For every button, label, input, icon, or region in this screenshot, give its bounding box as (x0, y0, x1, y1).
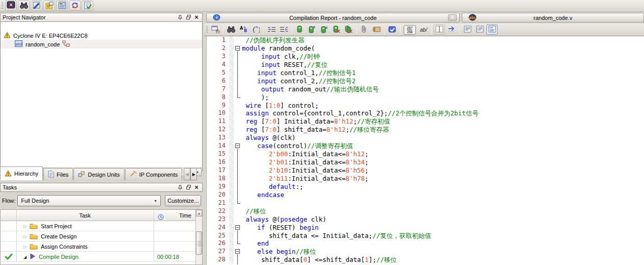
code-text[interactable]: ); (242, 93, 644, 102)
task-column-header[interactable]: Task (16, 210, 154, 221)
tab-files[interactable]: Files (43, 168, 73, 180)
float-window-icon[interactable] (185, 184, 192, 191)
code-text[interactable]: module random_code( (242, 44, 644, 53)
settings-button[interactable] (56, 1, 68, 11)
task-row-create-design[interactable]: ▷Create Design (1, 231, 202, 242)
netlist-viewer-button[interactable] (31, 1, 42, 11)
code-text[interactable]: reg [7:0] Initial_data=8'h12;//寄存初值 (242, 117, 644, 126)
vscroll-thumb[interactable] (196, 231, 202, 255)
scroll-up-icon[interactable]: ▲ (196, 210, 202, 216)
flow-select[interactable]: Full Design ▼ (17, 195, 161, 206)
close-panel-icon[interactable]: × (193, 184, 200, 191)
close-panel-icon[interactable]: × (193, 14, 200, 21)
assignment-editor-button[interactable] (43, 1, 55, 11)
code-text[interactable]: if (RESET) begin (242, 224, 644, 232)
task-cell[interactable]: ◢Compile Design (16, 252, 154, 262)
code-text[interactable]: case(control)//调整寄存初值 (242, 142, 644, 150)
code-text[interactable]: shift_data[0] <=shift_data[1];//移位 (242, 256, 644, 264)
tree-item-random-code[interactable]: abdrandom_code (1, 40, 202, 49)
find-button[interactable] (226, 25, 237, 35)
code-text[interactable]: input control_2,//控制信号2 (242, 77, 644, 85)
tcl-script-button[interactable] (371, 25, 382, 35)
detach-window-button[interactable] (210, 25, 221, 35)
code-text[interactable]: input clk,//时钟 (242, 53, 644, 61)
code-text[interactable]: reg [7:0] shift_data=8'h12;//移位寄存器 (242, 126, 644, 134)
fold-toggle[interactable] (234, 44, 242, 53)
tree-item-cyclone-iv-e-ep4ce6e22c8[interactable]: Cyclone IV E: EP4CE6E22C8 (1, 31, 202, 40)
code-text[interactable]: 2'b11:Initial_data<=8'h78; (242, 175, 644, 183)
toolbar-drag-handle[interactable] (2, 2, 3, 10)
code-text[interactable]: always @(clk) (242, 134, 644, 142)
customize-button[interactable]: Customize... (165, 195, 201, 206)
split-view-button[interactable] (434, 25, 445, 35)
code-text[interactable]: else begin//移位 (242, 248, 644, 256)
pin-icon[interactable] (177, 14, 184, 21)
collapse-icon[interactable]: ◢ (23, 255, 30, 259)
code-text[interactable]: endcase (242, 191, 644, 199)
fold-minus-icon[interactable] (235, 46, 240, 51)
task-row-start-project[interactable]: ▷Start Project (1, 221, 202, 231)
task-row-compile-design[interactable]: ◢Compile Design00:00:18 (1, 252, 202, 262)
code-text[interactable]: input RESET,//复位 (242, 61, 644, 69)
code-text[interactable]: 2'b10:Initial_data<=8'h56; (242, 166, 644, 175)
task-row-assign-constraints[interactable]: ▷Assign Constraints (1, 242, 202, 252)
tab-design-units[interactable]: Design Units (73, 168, 124, 180)
doc-normal-button[interactable] (462, 25, 473, 35)
fold-minus-icon[interactable] (235, 225, 240, 230)
unindent-button[interactable] (278, 25, 289, 35)
code-text[interactable]: //伪随机序列发生器 (242, 36, 644, 44)
code-text[interactable]: always @(posedge clk) (242, 215, 644, 224)
code-text[interactable]: assign control={control_1,control_2};//2… (242, 109, 644, 117)
tab-scroll-left-icon[interactable]: ◀ (184, 168, 190, 180)
bookmark-delete-all-button[interactable] (343, 25, 354, 35)
goto-brace-button[interactable]: { } (250, 25, 261, 35)
float-window-icon[interactable] (185, 14, 192, 21)
pin-icon[interactable] (177, 184, 184, 191)
timing-analyzer-button[interactable] (82, 1, 93, 11)
code-text[interactable]: 2'b01:Initial_data<=8'h34; (242, 158, 644, 166)
indent-button[interactable] (266, 25, 277, 35)
hdl-template-button[interactable] (387, 25, 398, 35)
tab-hierarchy[interactable]: Hierarchy (0, 166, 43, 180)
task-cell[interactable]: ▷Assign Constraints (16, 242, 154, 252)
compilation-report-window-titlebar[interactable]: Compilation Report - random_code ✕ (206, 13, 460, 22)
code-text[interactable] (242, 199, 644, 207)
toolbar-drag-handle[interactable] (206, 26, 208, 34)
pin-planner-button[interactable] (5, 1, 17, 11)
code-text[interactable]: wire [1:0] control; (242, 102, 644, 110)
doc-full-button[interactable] (486, 25, 498, 35)
code-editor[interactable]: 1 //伪随机序列发生器2module random_code(3 input … (206, 36, 644, 265)
comment-toggle-button[interactable]: ab/ (418, 25, 429, 35)
line-counter-button[interactable]: 267268 (403, 25, 417, 35)
fold-toggle[interactable] (234, 248, 242, 256)
compile-button[interactable] (69, 1, 81, 11)
tab-ip-components[interactable]: IP Components (125, 168, 183, 180)
code-text[interactable]: default:; (242, 183, 644, 191)
code-text[interactable]: output random_out//输出伪随机信号 (242, 85, 644, 93)
fold-toggle[interactable] (234, 142, 242, 150)
task-cell[interactable]: ▷Start Project (16, 221, 154, 231)
fold-minus-icon[interactable] (235, 249, 240, 254)
goto-arrow-button[interactable] (446, 25, 457, 35)
code-text[interactable]: 2'b00:Initial_data<=8'h12; (242, 150, 644, 158)
expand-icon[interactable]: ▷ (23, 245, 30, 249)
task-table-header[interactable]: Task Time (1, 210, 202, 221)
source-window-titlebar[interactable]: random_code.v abc (462, 13, 644, 22)
task-vscrollbar[interactable]: ▲ (195, 210, 202, 264)
code-text[interactable]: //移位 (242, 207, 644, 215)
bookmark-prev-button[interactable] (318, 25, 330, 35)
bookmark-delete-button[interactable] (331, 25, 342, 35)
code-text[interactable]: input control_1,//控制信号1 (242, 69, 644, 77)
fold-minus-icon[interactable] (235, 143, 240, 148)
bookmark-toggle-button[interactable] (294, 25, 305, 35)
doc-outline-button[interactable] (474, 25, 485, 35)
fold-toggle[interactable] (234, 224, 242, 232)
code-text[interactable]: shift_data <= Initial_data;//复位，获取初始值 (242, 232, 644, 240)
task-cell[interactable]: ▷Create Design (16, 231, 154, 242)
close-report-button[interactable]: ✕ (448, 14, 457, 21)
replace-button[interactable]: AB (238, 25, 249, 35)
attach-file-button[interactable] (359, 25, 370, 35)
bookmark-next-button[interactable] (306, 25, 317, 35)
tab-scroll-right-icon[interactable]: ▶ (190, 168, 197, 180)
expand-icon[interactable]: ▷ (23, 224, 30, 229)
